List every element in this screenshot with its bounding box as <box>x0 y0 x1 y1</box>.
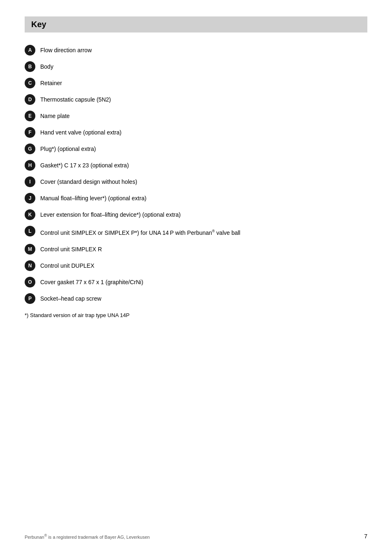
key-letter-badge: J <box>25 193 35 204</box>
key-list: AFlow direction arrowBBodyCRetainerDTher… <box>25 45 367 304</box>
key-letter-badge: F <box>25 127 35 138</box>
key-letter-badge: K <box>25 209 35 220</box>
page: Key AFlow direction arrowBBodyCRetainerD… <box>0 0 392 556</box>
key-letter-badge: O <box>25 277 35 287</box>
key-letter-badge: H <box>25 160 35 171</box>
list-item: GPlug*) (optional extra) <box>25 144 367 154</box>
key-letter-badge: L <box>25 226 35 236</box>
key-letter-badge: M <box>25 244 35 255</box>
header-bar: Key <box>25 16 367 32</box>
key-item-text: Body <box>40 61 53 72</box>
key-item-text: Manual float–lifting lever*) (optional e… <box>40 193 146 204</box>
key-letter-badge: D <box>25 94 35 105</box>
page-title: Key <box>31 20 361 29</box>
list-item: MControl unit SIMPLEX R <box>25 244 367 255</box>
list-item: FHand vent valve (optional extra) <box>25 127 367 138</box>
list-item: JManual float–lifting lever*) (optional … <box>25 193 367 204</box>
key-item-text: Hand vent valve (optional extra) <box>40 127 122 138</box>
key-item-text: Name plate <box>40 111 70 121</box>
list-item: DThermostatic capsule (5N2) <box>25 94 367 105</box>
list-item: BBody <box>25 61 367 72</box>
key-letter-badge: G <box>25 144 35 154</box>
list-item: CRetainer <box>25 78 367 88</box>
key-item-text: Flow direction arrow <box>40 45 92 56</box>
key-item-text: Socket–head cap screw <box>40 293 101 304</box>
list-item: PSocket–head cap screw <box>25 293 367 304</box>
key-item-text: Cover gasket 77 x 67 x 1 (graphite/CrNi) <box>40 277 143 287</box>
footer: Perbunan® is a registered trademark of B… <box>25 533 367 540</box>
key-item-text: Lever extension for float–lifting device… <box>40 209 181 220</box>
list-item: AFlow direction arrow <box>25 45 367 56</box>
footnote: *) Standard version of air trap type UNA… <box>25 312 367 318</box>
list-item: LControl unit SIMPLEX or SIMPLEX P*) for… <box>25 226 367 238</box>
key-letter-badge: N <box>25 260 35 271</box>
list-item: EName plate <box>25 111 367 121</box>
list-item: NControl unit DUPLEX <box>25 260 367 271</box>
footer-page-number: 7 <box>364 533 367 540</box>
key-item-text: Control unit SIMPLEX or SIMPLEX P*) for … <box>40 226 240 238</box>
list-item: ICover (standard design without holes) <box>25 176 367 187</box>
list-item: OCover gasket 77 x 67 x 1 (graphite/CrNi… <box>25 277 367 287</box>
key-item-text: Gasket*) C 17 x 23 (optional extra) <box>40 160 129 171</box>
key-item-text: Thermostatic capsule (5N2) <box>40 94 111 105</box>
key-item-text: Control unit SIMPLEX R <box>40 244 102 255</box>
list-item: KLever extension for float–lifting devic… <box>25 209 367 220</box>
key-letter-badge: B <box>25 61 35 72</box>
footer-trademark: Perbunan® is a registered trademark of B… <box>25 533 150 540</box>
key-item-text: Cover (standard design without holes) <box>40 176 137 187</box>
key-letter-badge: C <box>25 78 35 88</box>
key-item-text: Plug*) (optional extra) <box>40 144 96 154</box>
key-letter-badge: A <box>25 45 35 56</box>
key-letter-badge: E <box>25 111 35 121</box>
key-item-text: Control unit DUPLEX <box>40 260 95 271</box>
key-letter-badge: P <box>25 293 35 304</box>
key-item-text: Retainer <box>40 78 62 88</box>
list-item: HGasket*) C 17 x 23 (optional extra) <box>25 160 367 171</box>
key-letter-badge: I <box>25 176 35 187</box>
